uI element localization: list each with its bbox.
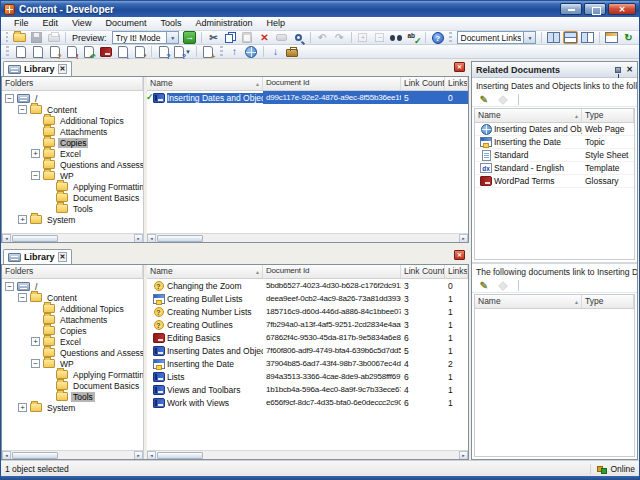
toolbar-grip[interactable] xyxy=(220,46,223,57)
tree-node-attachments[interactable]: Attachments xyxy=(2,314,143,325)
tree-node-system[interactable]: +System xyxy=(2,402,143,413)
expand-all-icon[interactable] xyxy=(355,31,370,44)
undo-icon[interactable]: ↶ xyxy=(315,31,330,44)
column-header-name[interactable]: Name▲ xyxy=(147,77,263,90)
tree-node-excel[interactable]: +Excel xyxy=(2,148,143,159)
scroll-left-icon[interactable]: ◄ xyxy=(2,451,11,460)
package-icon[interactable] xyxy=(285,45,300,58)
toolbar-grip[interactable] xyxy=(6,32,8,43)
related-row-inserting-dates-and-objects[interactable]: Inserting Dates and ObjectsWeb Page xyxy=(475,123,634,136)
expand-toggle-icon[interactable]: + xyxy=(18,403,27,412)
tree-node-content[interactable]: −Content xyxy=(2,104,143,115)
checkin-document-icon[interactable]: ← xyxy=(13,45,28,58)
alert-document-icon[interactable]: ! xyxy=(64,45,79,58)
tree-node-attachments[interactable]: Attachments xyxy=(2,126,143,137)
toolbar-grip[interactable] xyxy=(6,46,9,57)
remove-link-icon[interactable] xyxy=(497,279,509,292)
tab-library-bottom[interactable]: Library ✕ xyxy=(3,249,72,264)
tree-node-content[interactable]: −Content xyxy=(2,292,143,303)
column-header[interactable]: Type xyxy=(582,109,634,122)
menu-file[interactable]: File xyxy=(7,17,36,30)
related-row-wordpad-terms[interactable]: WordPad TermsGlossary xyxy=(475,175,634,188)
tree-node-questions-and-assessments[interactable]: Questions and Assessments xyxy=(2,159,143,170)
preview-help-icon[interactable]: ? xyxy=(156,45,171,58)
pin-icon[interactable] xyxy=(615,67,621,73)
list-hscrollbar[interactable]: ◄ ► xyxy=(147,450,468,459)
document-row-changing-the-zoom[interactable]: Changing the Zoom5bdb6527-4023-4d30-b628… xyxy=(147,279,468,292)
tree-node-additional-topics[interactable]: Additional Topics xyxy=(2,115,143,126)
menu-help[interactable]: Help xyxy=(259,17,292,30)
menu-administration[interactable]: Administration xyxy=(188,17,259,30)
copy-icon[interactable] xyxy=(223,31,238,44)
edit-link-icon[interactable]: ✎ xyxy=(478,93,490,106)
delete-icon[interactable]: ✕ xyxy=(257,31,272,44)
print-icon[interactable] xyxy=(46,31,61,44)
checkout-document-icon[interactable]: → xyxy=(30,45,45,58)
column-header-link-count[interactable]: Link Count xyxy=(401,265,445,278)
tree-node-applying-formatting[interactable]: Applying Formatting xyxy=(2,369,143,380)
tree-node-document-basics[interactable]: Document Basics xyxy=(2,192,143,203)
expand-toggle-icon[interactable]: − xyxy=(5,94,14,103)
tree-hscrollbar[interactable]: ◄ ► xyxy=(2,450,143,459)
scroll-left-icon[interactable]: ◄ xyxy=(2,234,11,243)
view-horizontal-split-button[interactable] xyxy=(563,31,578,44)
tree-node-wp[interactable]: −WP xyxy=(2,358,143,369)
document-keywords-icon[interactable]: + xyxy=(201,45,216,58)
tab-close-icon[interactable]: ✕ xyxy=(58,252,68,262)
tree-node-tools[interactable]: Tools xyxy=(2,203,143,214)
document-row-inserting-dates-and-objects[interactable]: Inserting Dates and Objects7f60f806-adf9… xyxy=(147,344,468,357)
scroll-thumb[interactable] xyxy=(12,235,58,242)
expand-toggle-icon[interactable]: − xyxy=(18,293,27,302)
list-hscrollbar[interactable]: ◄ ► xyxy=(147,233,468,242)
minimize-button[interactable] xyxy=(560,3,582,15)
folders-header[interactable]: Folders xyxy=(2,265,143,278)
open-icon[interactable] xyxy=(12,31,27,44)
tree-node-excel[interactable]: +Excel xyxy=(2,336,143,347)
scroll-right-icon[interactable]: ► xyxy=(134,451,143,460)
menu-view[interactable]: View xyxy=(65,17,98,30)
tree-node-copies[interactable]: Copies xyxy=(2,137,143,148)
version-history-icon[interactable]: ↓ xyxy=(115,45,130,58)
help-icon[interactable] xyxy=(430,31,445,44)
pane-close-icon[interactable]: ✕ xyxy=(454,62,465,72)
paste-icon[interactable] xyxy=(240,31,255,44)
view-single-button[interactable] xyxy=(546,31,561,44)
undo-checkout-icon[interactable]: ↶ xyxy=(81,45,96,58)
tree-node-questions-and-assessments[interactable]: Questions and Assessments xyxy=(2,347,143,358)
expand-toggle-icon[interactable]: − xyxy=(5,282,14,291)
tree-node-applying-formatting[interactable]: Applying Formatting xyxy=(2,181,143,192)
scroll-right-icon[interactable]: ► xyxy=(459,451,468,460)
expand-toggle-icon[interactable]: + xyxy=(31,149,40,158)
expand-toggle-icon[interactable]: + xyxy=(31,337,40,346)
related-row-inserting-the-date[interactable]: Inserting the DateTopic xyxy=(475,136,634,149)
scroll-thumb[interactable] xyxy=(157,452,203,459)
expand-toggle-icon[interactable]: + xyxy=(18,215,27,224)
scroll-thumb[interactable] xyxy=(12,452,58,459)
column-header-document-id[interactable]: Document Id xyxy=(263,265,401,278)
import-icon[interactable]: ↑ xyxy=(227,45,242,58)
column-header-links[interactable]: Links xyxy=(445,265,468,278)
tree-node-document-basics[interactable]: Document Basics xyxy=(2,380,143,391)
document-row-creating-number-lists[interactable]: Creating Number Lists185716c9-d60d-446d-… xyxy=(147,305,468,318)
chevron-down-icon[interactable]: ▼ xyxy=(166,32,178,43)
search-icon[interactable] xyxy=(291,31,306,44)
chevron-down-icon[interactable]: ▼ xyxy=(523,32,535,43)
column-header[interactable]: Name▲ xyxy=(475,109,582,122)
expand-toggle-icon[interactable]: − xyxy=(31,171,40,180)
properties-icon[interactable] xyxy=(604,31,619,44)
scroll-thumb[interactable] xyxy=(157,235,203,242)
menu-tools[interactable]: Tools xyxy=(153,17,188,30)
preview-document-icon[interactable]: ? xyxy=(47,45,62,58)
redo-icon[interactable]: ↷ xyxy=(332,31,347,44)
refresh-icon[interactable]: ↻ xyxy=(621,31,636,44)
expand-toggle-icon[interactable]: − xyxy=(31,359,40,368)
column-header-link-count[interactable]: Link Count xyxy=(401,77,445,90)
tab-close-icon[interactable]: ✕ xyxy=(58,64,68,74)
edit-link-icon[interactable]: ✎ xyxy=(478,279,490,292)
tree-node-[interactable]: −/ xyxy=(2,93,143,104)
column-header[interactable]: Name▲ xyxy=(475,295,582,308)
panel-close-icon[interactable]: ✕ xyxy=(626,66,633,74)
related-row-standard[interactable]: StandardStyle Sheet xyxy=(475,149,634,162)
document-row-lists[interactable]: Lists894a3513-3366-4cae-8de9-ab2958fff69… xyxy=(147,370,468,383)
tree-node-tools[interactable]: Tools xyxy=(2,391,143,402)
